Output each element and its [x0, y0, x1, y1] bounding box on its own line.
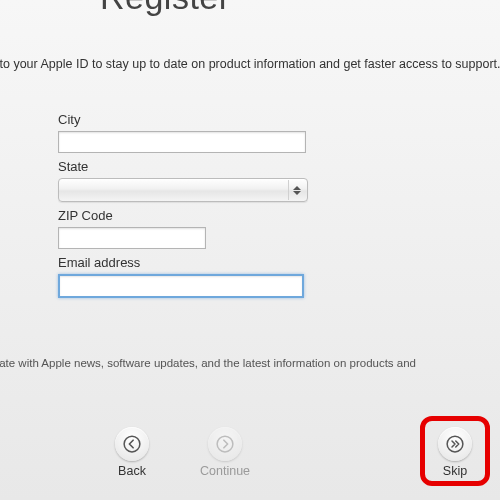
zip-label: ZIP Code — [58, 208, 318, 223]
skip-label: Skip — [443, 464, 467, 478]
email-label: Email address — [58, 255, 318, 270]
city-input[interactable] — [58, 131, 306, 153]
arrow-left-icon — [115, 427, 149, 461]
registration-form: City State ZIP Code Email address — [58, 112, 318, 304]
footer-text: to date with Apple news, software update… — [0, 355, 490, 371]
continue-button: Continue — [200, 427, 250, 478]
svg-point-1 — [217, 436, 233, 452]
arrow-right-icon — [208, 427, 242, 461]
state-field-group: State — [58, 159, 318, 202]
back-button[interactable]: Back — [115, 427, 149, 478]
state-label: State — [58, 159, 318, 174]
dropdown-stepper-icon — [288, 180, 305, 200]
email-field-group: Email address — [58, 255, 318, 298]
continue-label: Continue — [200, 464, 250, 478]
fast-forward-icon — [438, 427, 472, 461]
svg-point-0 — [124, 436, 140, 452]
email-input[interactable] — [58, 274, 304, 298]
back-label: Back — [118, 464, 146, 478]
skip-button[interactable]: Skip — [438, 427, 472, 478]
city-label: City — [58, 112, 318, 127]
city-field-group: City — [58, 112, 318, 153]
state-select[interactable] — [58, 178, 308, 202]
page-title: Register — [100, 0, 231, 17]
zip-input[interactable] — [58, 227, 206, 249]
zip-field-group: ZIP Code — [58, 208, 318, 249]
subtitle-text: to your Apple ID to stay up to date on p… — [0, 55, 500, 74]
